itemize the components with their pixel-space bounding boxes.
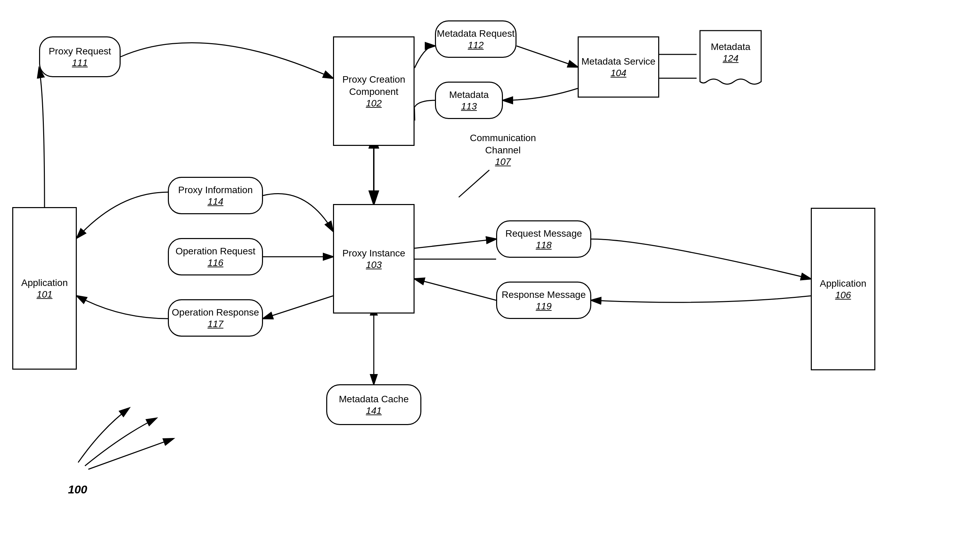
proxy-information-114-node: Proxy Information 114 (168, 177, 263, 214)
proxy-information-label: Proxy Information (178, 184, 253, 196)
application-106-number: 106 (835, 290, 851, 301)
proxy-creation-102-node: Proxy Creation Component 102 (333, 36, 415, 146)
diagram: Application 101 Proxy Request 111 Proxy … (0, 0, 980, 557)
operation-request-116-node: Operation Request 116 (168, 238, 263, 275)
proxy-creation-number: 102 (366, 98, 382, 109)
comm-channel-label: Communication Channel (459, 132, 547, 157)
metadata-113-node: Metadata 113 (435, 81, 503, 119)
application-101-label: Application (21, 277, 68, 289)
metadata-service-number: 104 (611, 68, 626, 78)
proxy-request-number: 111 (72, 57, 88, 68)
svg-line-6 (459, 170, 489, 197)
metadata-113-number: 113 (461, 101, 477, 112)
operation-response-117-node: Operation Response 117 (168, 299, 263, 337)
proxy-request-111-node: Proxy Request 111 (39, 36, 121, 77)
application-101-number: 101 (37, 289, 53, 300)
metadata-service-104-node: Metadata Service 104 (578, 36, 659, 98)
proxy-request-label: Proxy Request (49, 45, 111, 57)
proxy-instance-103-node: Proxy Instance 103 (333, 204, 415, 314)
comm-channel-107-node: Communication Channel 107 (459, 136, 547, 163)
application-101-node: Application 101 (12, 207, 77, 370)
operation-response-number: 117 (208, 319, 224, 329)
metadata-service-label: Metadata Service (581, 55, 655, 68)
metadata-cache-number: 141 (366, 406, 382, 416)
diagram-label-100: 100 (68, 483, 87, 496)
application-106-label: Application (820, 277, 866, 290)
response-message-119-node: Response Message 119 (496, 282, 591, 319)
proxy-instance-number: 103 (366, 259, 382, 270)
application-106-node: Application 106 (811, 208, 875, 370)
metadata-124-number: 124 (723, 53, 739, 64)
proxy-information-number: 114 (208, 196, 224, 207)
metadata-request-112-node: Metadata Request 112 (435, 20, 516, 58)
request-message-label: Request Message (505, 228, 582, 240)
metadata-124-label: Metadata (711, 41, 751, 52)
request-message-118-node: Request Message 118 (496, 220, 591, 258)
request-message-number: 118 (536, 240, 552, 251)
response-message-number: 119 (536, 301, 552, 312)
operation-request-label: Operation Request (175, 245, 255, 257)
proxy-instance-label: Proxy Instance (342, 247, 405, 259)
operation-request-number: 116 (208, 257, 224, 268)
metadata-cache-label: Metadata Cache (339, 393, 409, 406)
comm-channel-number: 107 (495, 156, 511, 167)
metadata-request-label: Metadata Request (437, 28, 515, 40)
response-message-label: Response Message (501, 289, 586, 301)
metadata-113-label: Metadata (449, 89, 489, 101)
proxy-creation-label: Proxy Creation Component (334, 73, 414, 98)
metadata-cache-141-node: Metadata Cache 141 (326, 384, 421, 425)
label-100-text: 100 (68, 483, 87, 496)
metadata-124-node: Metadata 124 (697, 27, 764, 92)
metadata-request-number: 112 (468, 40, 484, 50)
operation-response-label: Operation Response (172, 306, 259, 319)
